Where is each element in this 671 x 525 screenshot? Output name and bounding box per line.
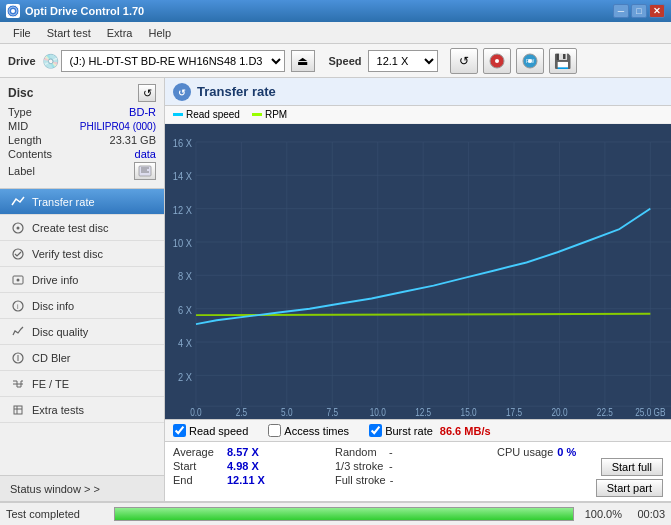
- chart-legend: Read speed RPM: [165, 106, 671, 124]
- chart-area: 16 X 14 X 12 X 10 X 8 X 6 X 4 X 2 X 0.0 …: [165, 124, 671, 419]
- nav-fe-te[interactable]: FE / TE: [0, 371, 164, 397]
- svg-text:17.5: 17.5: [506, 408, 522, 419]
- svg-text:8 X: 8 X: [178, 271, 192, 283]
- burst-rate-checkbox[interactable]: [369, 424, 382, 437]
- access-times-checkbox[interactable]: [268, 424, 281, 437]
- label-icon-button[interactable]: [134, 162, 156, 180]
- nav-disc-quality[interactable]: Disc quality: [0, 319, 164, 345]
- stats-cpu-row: CPU usage 0 %: [497, 446, 663, 458]
- svg-text:16 X: 16 X: [173, 137, 192, 149]
- nav-transfer-rate[interactable]: Transfer rate: [0, 189, 164, 215]
- start-part-button[interactable]: Start part: [596, 479, 663, 497]
- drive-info-icon: [10, 272, 26, 288]
- stat-end-row: End 12.11 X: [173, 474, 333, 486]
- svg-text:0.0: 0.0: [190, 408, 201, 419]
- eject-button[interactable]: ⏏: [291, 50, 315, 72]
- svg-text:10 X: 10 X: [173, 237, 192, 249]
- svg-rect-8: [139, 166, 151, 176]
- svg-text:20.0: 20.0: [551, 408, 567, 419]
- svg-text:14 X: 14 X: [173, 171, 192, 183]
- rw-button[interactable]: RW: [516, 48, 544, 74]
- svg-text:5.0: 5.0: [281, 408, 292, 419]
- app-icon: [6, 4, 20, 18]
- extra-tests-icon: [10, 402, 26, 418]
- svg-text:6 X: 6 X: [178, 304, 192, 316]
- checkboxes-bar: Read speed Access times Burst rate 86.6 …: [165, 419, 671, 442]
- nav-cd-bler[interactable]: CD Bler: [0, 345, 164, 371]
- svg-point-14: [13, 249, 23, 259]
- stats-col-2: Random - 1/3 stroke - Full stroke -: [335, 446, 495, 497]
- chart-header: ↺ Transfer rate: [165, 78, 671, 106]
- fe-te-icon: [10, 376, 26, 392]
- drivebar: Drive 💿 (J:) HL-DT-ST BD-RE WH16NS48 1.D…: [0, 44, 671, 78]
- stat-random-row: Random -: [335, 446, 495, 458]
- nav-list: Transfer rate Create test disc Verify te…: [0, 189, 164, 423]
- stats-col-1: Average 8.57 X Start 4.98 X End 12.11 X: [173, 446, 333, 497]
- svg-text:4 X: 4 X: [178, 337, 192, 349]
- svg-point-1: [11, 9, 15, 13]
- nav-disc-info[interactable]: i Disc info: [0, 293, 164, 319]
- svg-text:2.5: 2.5: [236, 408, 247, 419]
- menu-start-test[interactable]: Start test: [39, 25, 99, 41]
- verify-test-disc-icon: [10, 246, 26, 262]
- disc-section: Disc ↺ Type BD-R MID PHILIPR04 (000) Len…: [0, 78, 164, 189]
- stats-col-3: CPU usage 0 % Start full Start part: [497, 446, 663, 497]
- svg-text:i: i: [17, 303, 19, 310]
- nav-drive-info[interactable]: Drive info: [0, 267, 164, 293]
- nav-extra-tests[interactable]: Extra tests: [0, 397, 164, 423]
- maximize-button[interactable]: □: [631, 4, 647, 18]
- disc-refresh-button[interactable]: ↺: [138, 84, 156, 102]
- titlebar: Opti Drive Control 1.70 ─ □ ✕: [0, 0, 671, 22]
- svg-text:RW: RW: [526, 58, 535, 64]
- titlebar-controls: ─ □ ✕: [613, 4, 665, 18]
- svg-text:10.0: 10.0: [370, 408, 386, 419]
- transfer-rate-icon: [10, 194, 26, 210]
- read-speed-checkbox[interactable]: [173, 424, 186, 437]
- svg-text:15.0: 15.0: [461, 408, 477, 419]
- svg-point-16: [17, 278, 20, 281]
- svg-point-13: [17, 226, 20, 229]
- disc-quality-icon: [10, 324, 26, 340]
- menu-extra[interactable]: Extra: [99, 25, 141, 41]
- stat-full-stroke-row: Full stroke -: [335, 474, 495, 486]
- chart-icon: ↺: [173, 83, 191, 101]
- svg-text:12.5: 12.5: [415, 408, 431, 419]
- close-button[interactable]: ✕: [649, 4, 665, 18]
- rpm-color: [252, 113, 262, 116]
- svg-text:22.5: 22.5: [597, 408, 613, 419]
- access-times-checkbox-item: Access times: [268, 424, 349, 437]
- menu-help[interactable]: Help: [140, 25, 179, 41]
- drive-label: Drive: [8, 55, 36, 67]
- speed-refresh-button[interactable]: ↺: [450, 48, 478, 74]
- stat-start-row: Start 4.98 X: [173, 460, 333, 472]
- status-window-button[interactable]: Status window > >: [0, 475, 164, 501]
- sidebar: Disc ↺ Type BD-R MID PHILIPR04 (000) Len…: [0, 78, 165, 501]
- minimize-button[interactable]: ─: [613, 4, 629, 18]
- svg-text:2 X: 2 X: [178, 371, 192, 383]
- burst-rate-checkbox-item: Burst rate 86.6 MB/s: [369, 424, 490, 437]
- disc-title: Disc: [8, 86, 33, 100]
- nav-verify-test-disc[interactable]: Verify test disc: [0, 241, 164, 267]
- stats-area: Average 8.57 X Start 4.98 X End 12.11 X …: [165, 442, 671, 501]
- progress-percent: 100.0%: [582, 508, 622, 520]
- speed-label: Speed: [329, 55, 362, 67]
- disc-type-row: Type BD-R: [8, 106, 156, 118]
- nav-create-test-disc[interactable]: Create test disc: [0, 215, 164, 241]
- svg-text:7.5: 7.5: [327, 408, 338, 419]
- svg-rect-27: [165, 124, 671, 419]
- chart-title: Transfer rate: [197, 84, 276, 99]
- svg-text:↺: ↺: [178, 88, 186, 98]
- start-full-button[interactable]: Start full: [601, 458, 663, 476]
- read-speed-checkbox-item: Read speed: [173, 424, 248, 437]
- status-text: Test completed: [6, 508, 106, 520]
- disc-length-row: Length 23.31 GB: [8, 134, 156, 146]
- disc-color-button[interactable]: [483, 48, 511, 74]
- save-button[interactable]: 💾: [549, 48, 577, 74]
- legend-read-speed: Read speed: [173, 109, 240, 120]
- speed-select[interactable]: 12.1 X: [368, 50, 438, 72]
- svg-point-4: [495, 59, 499, 63]
- stat-average-row: Average 8.57 X: [173, 446, 333, 458]
- titlebar-left: Opti Drive Control 1.70: [6, 4, 144, 18]
- menu-file[interactable]: File: [5, 25, 39, 41]
- drive-select[interactable]: (J:) HL-DT-ST BD-RE WH16NS48 1.D3: [61, 50, 285, 72]
